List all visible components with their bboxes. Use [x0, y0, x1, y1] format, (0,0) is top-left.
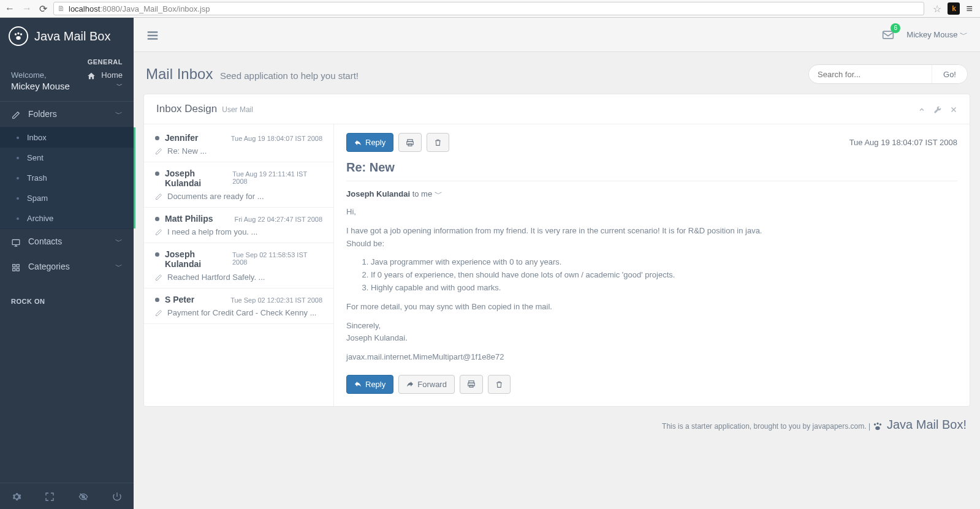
delete-button[interactable] — [427, 133, 449, 152]
mail-subject-preview: Payment for Credit Card - Check Kenny ..… — [167, 308, 316, 317]
section-general-label: GENERAL — [0, 55, 134, 68]
welcome-username: Mickey Mouse — [11, 81, 70, 91]
subnav-trash[interactable]: Trash — [0, 168, 134, 188]
welcome-label: Welcome, — [11, 70, 70, 80]
svg-point-17 — [874, 423, 876, 425]
chevron-down-icon: ﹀ — [435, 189, 443, 198]
mail-list-item[interactable]: S PeterTue Sep 02 12:02:31 IST 2008Payme… — [144, 288, 333, 324]
settings-gear-icon[interactable] — [12, 491, 21, 502]
collapse-icon[interactable] — [918, 105, 925, 114]
mail-list-item[interactable]: Matt PhilipsFri Aug 22 04:27:47 IST 2008… — [144, 208, 333, 243]
fullscreen-icon[interactable] — [45, 491, 55, 502]
chevron-down-icon: ﹀ — [115, 109, 123, 119]
page-header: Mail Inbox Seed application to help you … — [143, 59, 970, 94]
nav-contacts-label: Contacts — [28, 236, 62, 246]
nav-categories-label: Categories — [28, 262, 70, 271]
power-icon[interactable] — [112, 491, 122, 502]
nav-folders-label: Folders — [28, 109, 57, 119]
svg-point-20 — [876, 426, 881, 430]
grid-icon — [11, 262, 21, 271]
mail-subject: Re: New — [346, 160, 957, 181]
panel-subtitle: User Mail — [222, 105, 253, 114]
svg-rect-10 — [883, 31, 894, 39]
footer-brand-text: Java Mail Box! — [887, 418, 967, 431]
print-button-bottom[interactable] — [460, 375, 483, 394]
mail-date: Tue Aug 19 18:04:07 IST 2008 — [231, 135, 322, 142]
url-text: localhost:8080/Java_Mail_Box/inbox.jsp — [69, 4, 210, 13]
nav-contacts[interactable]: Contacts ﹀ — [0, 229, 134, 254]
home-icon — [87, 70, 98, 80]
browser-forward-button[interactable]: → — [21, 3, 33, 14]
mail-view: Reply Tue Aug 19 18:04:07 IST 2008 Re: N… — [334, 124, 970, 406]
browser-menu-icon[interactable]: ≡ — [966, 2, 973, 15]
main-area: 6 Mickey Mouse ﹀ Mail Inbox Seed applica… — [134, 18, 980, 509]
browser-back-button[interactable]: ← — [4, 3, 16, 14]
svg-rect-5 — [13, 264, 15, 266]
chevron-down-icon: ﹀ — [115, 236, 123, 247]
page-title: Mail Inbox — [146, 66, 213, 82]
delete-button-bottom[interactable] — [488, 375, 511, 394]
compose-icon — [155, 147, 162, 156]
subnav-archive[interactable]: Archive — [0, 208, 134, 228]
footer: This is a starter application, brought t… — [143, 407, 970, 438]
svg-rect-6 — [17, 264, 19, 266]
compose-icon — [155, 228, 162, 236]
search-input[interactable] — [809, 70, 932, 79]
wrench-icon[interactable] — [934, 105, 941, 114]
reply-button[interactable]: Reply — [346, 133, 393, 152]
svg-rect-7 — [13, 268, 15, 271]
page-icon: 🗎 — [58, 4, 65, 13]
mail-list: JenniferTue Aug 19 18:04:07 IST 2008Re: … — [144, 124, 334, 406]
mail-list-item[interactable]: Joseph KulandaiTue Sep 02 11:58:53 IST 2… — [144, 243, 333, 288]
nav-categories[interactable]: Categories ﹀ — [0, 254, 134, 279]
eye-icon[interactable] — [78, 491, 89, 502]
mail-sender: Matt Philips — [155, 214, 213, 224]
app-logo[interactable]: Java Mail Box — [0, 18, 134, 55]
search-box: Go! — [808, 64, 968, 84]
mail-date: Fri Aug 22 04:27:47 IST 2008 — [234, 216, 322, 223]
bookmark-star-icon[interactable]: ☆ — [933, 3, 941, 15]
svg-point-0 — [15, 33, 17, 35]
user-dropdown[interactable]: Mickey Mouse ﹀ — [906, 29, 968, 40]
print-button[interactable] — [398, 133, 422, 152]
page-subtitle: Seed application to help you start! — [220, 70, 359, 81]
hamburger-icon[interactable] — [146, 27, 159, 43]
home-link[interactable]: Home ﹀ — [87, 70, 123, 91]
subnav-inbox[interactable]: Inbox — [0, 127, 134, 148]
mail-subject-preview: Documents are ready for ... — [167, 192, 264, 201]
notification-badge: 6 — [891, 23, 900, 33]
compose-icon — [155, 192, 162, 201]
nav-folders[interactable]: Folders ﹀ — [0, 102, 134, 127]
subnav-sent[interactable]: Sent — [0, 148, 134, 168]
mail-date: Tue Sep 02 11:58:53 IST 2008 — [232, 251, 322, 266]
browser-reload-button[interactable]: ⟳ — [38, 3, 48, 15]
svg-point-18 — [877, 423, 879, 424]
svg-point-2 — [20, 33, 22, 35]
mail-subject-preview: Re: New ... — [167, 146, 207, 156]
mail-list-item[interactable]: Joseph KulandaiTue Aug 19 21:11:41 IST 2… — [144, 162, 333, 208]
svg-point-1 — [17, 32, 19, 34]
search-go-button[interactable]: Go! — [932, 65, 967, 83]
address-bar[interactable]: 🗎 localhost:8080/Java_Mail_Box/inbox.jsp — [53, 2, 924, 15]
mail-from-line[interactable]: Joseph Kulandai to me ﹀ — [346, 189, 957, 200]
monitor-icon — [11, 236, 21, 246]
app-title: Java Mail Box — [34, 29, 111, 43]
folders-subnav: Inbox Sent Trash Spam Archive — [0, 127, 134, 229]
svg-rect-4 — [12, 239, 20, 244]
subnav-spam[interactable]: Spam — [0, 188, 134, 208]
edit-icon — [11, 109, 21, 119]
svg-rect-8 — [17, 268, 19, 271]
close-icon[interactable] — [950, 105, 957, 114]
compose-icon — [155, 273, 162, 282]
chevron-down-icon: ﹀ — [960, 30, 968, 39]
mail-list-item[interactable]: JenniferTue Aug 19 18:04:07 IST 2008Re: … — [144, 127, 333, 162]
forward-button[interactable]: Forward — [398, 375, 455, 394]
chevron-down-icon: ﹀ — [87, 81, 123, 90]
extension-button[interactable]: k — [948, 2, 960, 15]
inbox-panel: Inbox DesignUser Mail JenniferTue Aug 19… — [143, 94, 970, 407]
svg-point-3 — [16, 36, 21, 40]
reply-button-bottom[interactable]: Reply — [346, 375, 393, 394]
notifications-mail-icon[interactable]: 6 — [882, 28, 894, 41]
browser-toolbar: ← → ⟳ 🗎 localhost:8080/Java_Mail_Box/inb… — [0, 0, 980, 18]
paw-icon — [9, 26, 28, 46]
